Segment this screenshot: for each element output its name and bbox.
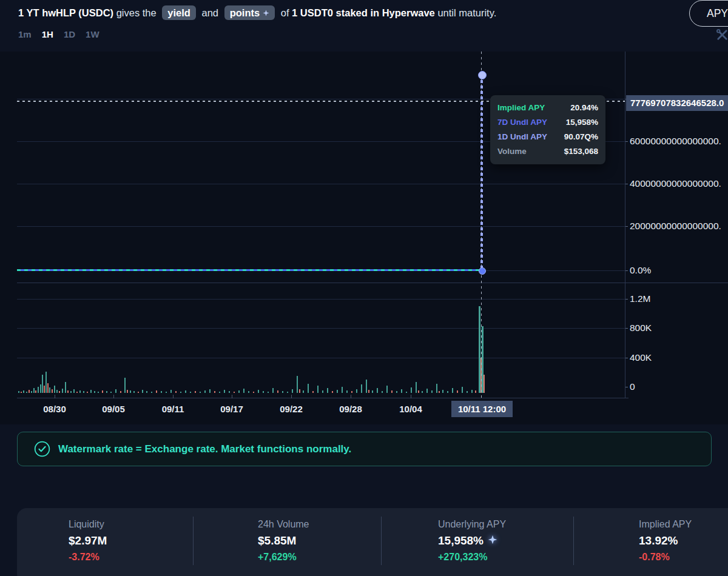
volume-bar [337, 390, 338, 393]
volume-bar [248, 391, 249, 393]
volume-bar [356, 389, 357, 393]
status-banner-text: Watermark rate = Exchange rate. Market f… [58, 443, 351, 455]
x-axis-tick [291, 395, 292, 398]
stat-value: $5.85M [258, 532, 309, 549]
volume-bar [18, 391, 19, 393]
volume-bar [253, 392, 254, 393]
volume-bar [52, 389, 53, 393]
axis-last-value-label: 77769707832646528.0 [626, 95, 728, 111]
y-axis-label: 20000000000000000. [630, 220, 721, 232]
volume-bar [317, 386, 318, 393]
volume-bar [70, 391, 72, 393]
volume-bar [396, 391, 397, 393]
asset-name: 1 YT hwHLP (USDC) [18, 7, 113, 18]
volume-bar [161, 391, 162, 393]
stats-divider [193, 517, 194, 565]
chart-plot-area[interactable] [0, 52, 728, 424]
x-axis-tick [55, 395, 55, 398]
stat-value: 15,958% [438, 532, 506, 549]
bottom-axis-border [17, 398, 629, 398]
volume-bar [35, 390, 36, 393]
tooltip-label: 7D Undl APY [497, 115, 547, 130]
stat-implied-apy: Implied APY13.92%-0.78% [639, 518, 692, 564]
volume-bar [46, 372, 47, 393]
volume-bar [368, 390, 369, 393]
tooltip-label: Implied APY [497, 101, 545, 115]
volume-bar [90, 390, 92, 393]
y-axis-label: 0.0% [630, 264, 651, 276]
volume-bar [120, 391, 121, 393]
apy-toggle-button[interactable]: APY [689, 0, 728, 27]
volume-bar [436, 384, 437, 393]
stat-label: 24h Volume [258, 518, 309, 532]
timeframe-1H[interactable]: 1H [42, 29, 53, 39]
volume-bar [31, 391, 32, 393]
volume-bar [372, 390, 373, 393]
volume-bar [73, 389, 75, 393]
volume-bar [391, 390, 393, 393]
volume-bar [94, 391, 95, 393]
volume-bar [209, 389, 211, 393]
timeframe-1m[interactable]: 1m [18, 29, 32, 39]
volume-bar [351, 391, 352, 393]
volume-bar [442, 390, 443, 393]
stat-value-text: $5.85M [258, 532, 296, 549]
stat-value: $2.97M [69, 532, 107, 549]
volume-bar [115, 389, 116, 393]
volume-bar [346, 390, 348, 393]
gridline [17, 358, 625, 358]
series-main-line [17, 269, 482, 271]
sparkle-icon [488, 532, 497, 549]
volume-bar [124, 378, 126, 393]
volume-bar [411, 387, 412, 393]
volume-bar [342, 387, 343, 393]
tooltip-value: 90.07Q% [564, 130, 598, 144]
volume-bar [268, 392, 269, 393]
gridline [17, 226, 625, 227]
volume-bar [299, 389, 300, 393]
series-1d-spike-line [480, 75, 483, 270]
axis-highlighted-date-label: 10/11 12:00 [451, 401, 513, 417]
volume-bar [67, 390, 69, 393]
volume-bar [229, 391, 230, 393]
x-axis-tick [113, 395, 114, 398]
volume-bar [484, 375, 485, 393]
volume-bar [47, 383, 49, 393]
stat-change: +270,323% [438, 549, 506, 564]
check-circle-icon [34, 441, 50, 457]
tooltip-row: 7D Undl APY15,958% [497, 115, 598, 130]
stats-divider [381, 517, 382, 565]
gridline [17, 299, 625, 300]
timeframe-1W[interactable]: 1W [86, 29, 99, 39]
volume-bar [127, 390, 128, 393]
x-axis-tick [173, 395, 174, 398]
stat-label: Liquidity [69, 518, 107, 532]
volume-bar [406, 392, 407, 393]
volume-bar [401, 389, 402, 393]
volume-bar [234, 392, 235, 393]
volume-bar [418, 390, 419, 393]
y-axis-label: 60000000000000000. [630, 135, 721, 147]
volume-bar [238, 390, 240, 393]
volume-bar [471, 390, 473, 393]
volume-bar [44, 386, 45, 393]
y-axis-label: 800K [630, 322, 652, 334]
timeframe-1D[interactable]: 1D [64, 29, 75, 39]
volume-bar [263, 391, 264, 393]
volume-bar [467, 391, 468, 393]
x-axis-tick [351, 395, 351, 398]
volume-bar [23, 390, 24, 393]
volume-bar [377, 388, 378, 393]
volume-bar [243, 389, 244, 393]
stat-24h-volume: 24h Volume$5.85M+7,629% [258, 518, 309, 564]
x-axis-label: 09/05 [102, 404, 125, 414]
y-axis-label: 400K [630, 352, 652, 364]
stats-panel: Liquidity$2.97M-3.72%24h Volume$5.85M+7,… [17, 508, 728, 576]
volume-bar [151, 392, 152, 393]
volume-bar [110, 392, 112, 393]
volume-bar [322, 390, 323, 393]
tooltip-label: Volume [497, 144, 527, 159]
volume-bar [462, 387, 463, 393]
chart-tools-icon[interactable] [715, 28, 728, 42]
volume-bar [87, 392, 88, 393]
